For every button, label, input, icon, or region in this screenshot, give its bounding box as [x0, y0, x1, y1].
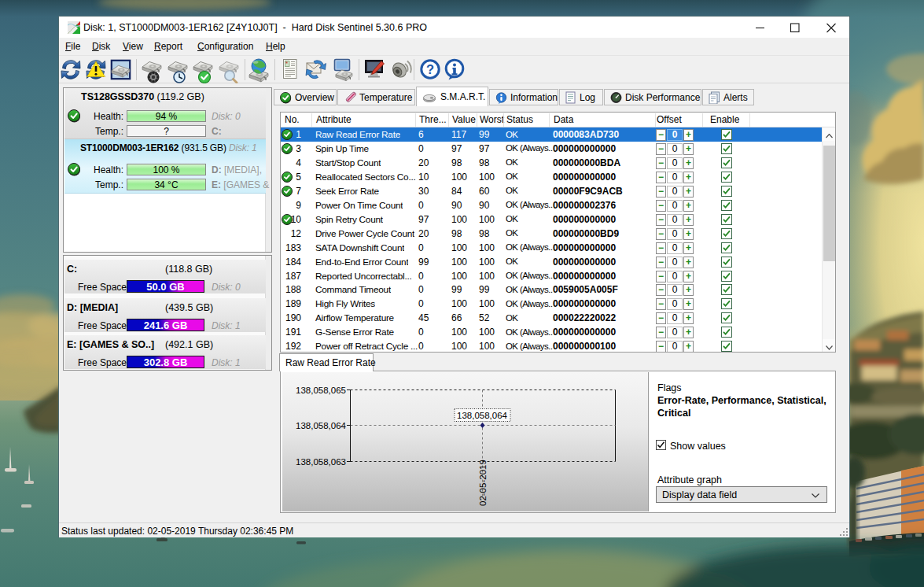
svg-text:02-05-2019: 02-05-2019 — [478, 460, 488, 506]
svg-text:138,058,064: 138,058,064 — [457, 411, 508, 420]
svg-text:138,058,064: 138,058,064 — [296, 421, 347, 430]
svg-text:?: ? — [426, 62, 434, 76]
svg-text:138,058,063: 138,058,063 — [296, 457, 346, 467]
svg-text:138,058,065: 138,058,065 — [296, 386, 346, 395]
